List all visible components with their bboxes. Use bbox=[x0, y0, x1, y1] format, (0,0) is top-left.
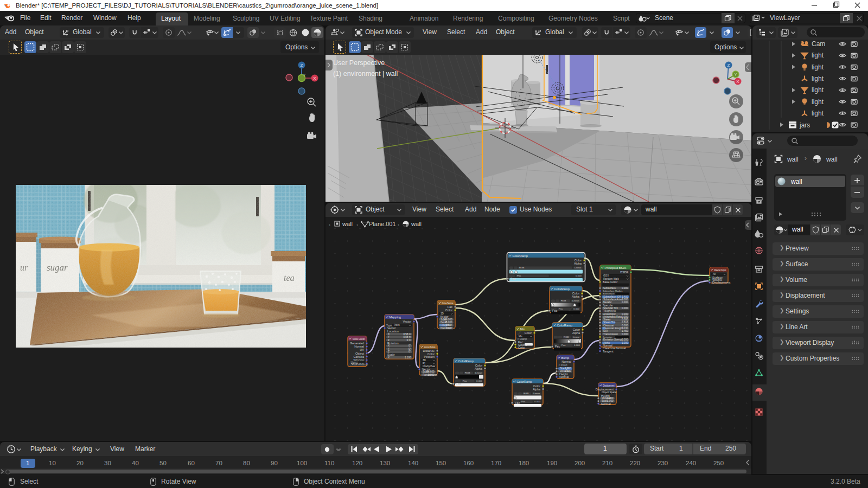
svg-text:Y: Y bbox=[388, 348, 390, 350]
svg-text:Linear: Linear bbox=[533, 392, 540, 395]
svg-text:0°: 0° bbox=[409, 344, 411, 347]
svg-text:Subsurface IOR: Subsurface IOR bbox=[603, 296, 621, 298]
svg-text:ColorRamp: ColorRamp bbox=[557, 324, 572, 327]
svg-text:Displacement: Displacement bbox=[712, 281, 731, 284]
svg-text:Z: Z bbox=[301, 63, 303, 68]
svg-text:Normal: Normal bbox=[559, 375, 569, 378]
svg-text:Base Color: Base Color bbox=[603, 280, 617, 284]
svg-text:Alpha: Alpha bbox=[574, 262, 582, 265]
svg-text:Emission Strengt: Emission Strengt bbox=[603, 338, 622, 341]
svg-text:Alpha: Alpha bbox=[572, 295, 580, 298]
svg-text:Sheen: Sheen bbox=[603, 318, 611, 321]
svg-text:Specular Tint: Specular Tint bbox=[603, 307, 618, 310]
svg-text:0.000: 0.000 bbox=[622, 298, 628, 301]
svg-text:Normal: Normal bbox=[561, 360, 571, 363]
svg-text:0.000: 0.000 bbox=[573, 307, 580, 310]
svg-text:light: light bbox=[812, 52, 824, 59]
svg-text:0.000: 0.000 bbox=[622, 301, 628, 304]
svg-text:Fac: Fac bbox=[510, 277, 515, 280]
svg-text:1.000: 1.000 bbox=[565, 367, 571, 370]
svg-text:500.000: 500.000 bbox=[443, 318, 452, 321]
svg-text:-0.08 m: -0.08 m bbox=[403, 336, 411, 338]
svg-text:Linear: Linear bbox=[575, 266, 582, 269]
svg-text:ColorRamp: ColorRamp bbox=[513, 254, 528, 258]
svg-text:Z: Z bbox=[727, 63, 730, 68]
svg-text:Subsurface Aniso: Subsurface Aniso bbox=[603, 298, 623, 301]
svg-text:ColorRamp: ColorRamp bbox=[517, 380, 532, 383]
svg-text:Anisotropic: Anisotropic bbox=[603, 313, 616, 316]
svg-text:light: light bbox=[812, 110, 824, 117]
svg-text:RGB: RGB bbox=[519, 266, 525, 269]
svg-text:GGX: GGX bbox=[603, 274, 609, 277]
svg-text:ColorRamp: ColorRamp bbox=[458, 359, 474, 363]
svg-text:Object:: Object: bbox=[350, 361, 358, 363]
svg-text:light: light bbox=[812, 75, 824, 82]
svg-text:IOR: IOR bbox=[603, 330, 608, 332]
svg-text:Normal: Normal bbox=[354, 345, 364, 348]
svg-text:0.58 m: 0.58 m bbox=[403, 333, 411, 336]
svg-text:Fac: Fac bbox=[456, 382, 461, 386]
svg-text:Principled BSDF: Principled BSDF bbox=[605, 266, 628, 269]
svg-text:0.000: 0.000 bbox=[622, 313, 628, 316]
svg-text:RGB: RGB bbox=[561, 299, 566, 302]
svg-text:1.400: 1.400 bbox=[622, 296, 628, 298]
svg-text:0.000: 0.000 bbox=[428, 374, 435, 376]
svg-text:›: › bbox=[329, 222, 330, 228]
svg-text:light: light bbox=[812, 63, 824, 71]
svg-text:Generated: Generated bbox=[350, 342, 364, 345]
svg-text:X: X bbox=[388, 333, 390, 336]
svg-text:RGB: RGB bbox=[524, 392, 529, 395]
svg-text:0.000: 0.000 bbox=[476, 380, 483, 382]
svg-text:Pos: Pos bbox=[517, 274, 521, 277]
svg-text:Displacement: Displacement bbox=[603, 384, 615, 387]
svg-text:1.000: 1.000 bbox=[622, 338, 628, 341]
svg-text:Anisotropic Rota: Anisotropic Rota bbox=[603, 316, 622, 318]
svg-text:Y: Y bbox=[734, 72, 737, 77]
svg-text:UV: UV bbox=[360, 348, 364, 351]
svg-text:0 m: 0 m bbox=[407, 339, 411, 342]
svg-text:Emission: Emission bbox=[603, 336, 612, 338]
svg-text:Mix: Mix bbox=[520, 328, 525, 331]
svg-text:X: X bbox=[313, 76, 316, 81]
svg-text:Y: Y bbox=[303, 73, 305, 78]
svg-text:Pos: Pos bbox=[463, 380, 467, 382]
svg-text:Fac: Fac bbox=[555, 345, 560, 348]
svg-text:Displacement: Displacement bbox=[596, 388, 614, 391]
svg-text:0.000: 0.000 bbox=[574, 344, 580, 346]
svg-text:Color: Color bbox=[525, 331, 532, 335]
svg-text:0.000: 0.000 bbox=[622, 318, 628, 321]
svg-text:BSDF: BSDF bbox=[620, 271, 628, 274]
svg-text:0.000: 0.000 bbox=[576, 274, 582, 277]
svg-text:Y: Y bbox=[388, 336, 390, 338]
svg-text:Random Walk: Random Walk bbox=[603, 278, 619, 280]
svg-text:Normal: Normal bbox=[601, 402, 611, 406]
svg-text:Bump: Bump bbox=[561, 356, 570, 359]
svg-text:Alpha: Alpha bbox=[475, 367, 483, 370]
svg-text:0.030: 0.030 bbox=[622, 327, 628, 330]
svg-text:Fac: Fac bbox=[552, 309, 557, 312]
svg-text:Linear: Linear bbox=[573, 336, 580, 338]
svg-text:Pos: Pos bbox=[559, 307, 563, 310]
svg-text:RGB: RGB bbox=[564, 336, 569, 338]
svg-text:Alpha: Alpha bbox=[572, 331, 580, 335]
svg-text:(1) environment | wall: (1) environment | wall bbox=[333, 70, 398, 78]
svg-text:Linear: Linear bbox=[572, 299, 579, 302]
svg-text:0°: 0° bbox=[409, 348, 411, 350]
svg-text:1.000: 1.000 bbox=[622, 342, 628, 344]
svg-text:0.000: 0.000 bbox=[622, 333, 628, 336]
svg-text:Plane.001: Plane.001 bbox=[369, 221, 396, 227]
svg-text:User Perspective: User Perspective bbox=[333, 59, 385, 67]
svg-text:0.000: 0.000 bbox=[622, 307, 628, 310]
svg-text:Tangent: Tangent bbox=[603, 350, 614, 353]
svg-text:0.000: 0.000 bbox=[622, 324, 628, 327]
svg-text:Position: Position bbox=[424, 355, 435, 358]
svg-text:Subsurface Radius: Subsurface Radius bbox=[603, 290, 622, 292]
svg-text:156.600: 156.600 bbox=[425, 370, 435, 373]
svg-text:Fac: Fac bbox=[515, 401, 520, 404]
svg-text:light: light bbox=[812, 86, 824, 94]
svg-text:0.000: 0.000 bbox=[534, 400, 541, 403]
svg-text:X: X bbox=[388, 356, 390, 359]
svg-text:Material Output: Material Output bbox=[714, 268, 726, 272]
svg-text:Pos: Pos bbox=[561, 344, 566, 346]
svg-text:Metallic: Metallic bbox=[603, 301, 612, 304]
